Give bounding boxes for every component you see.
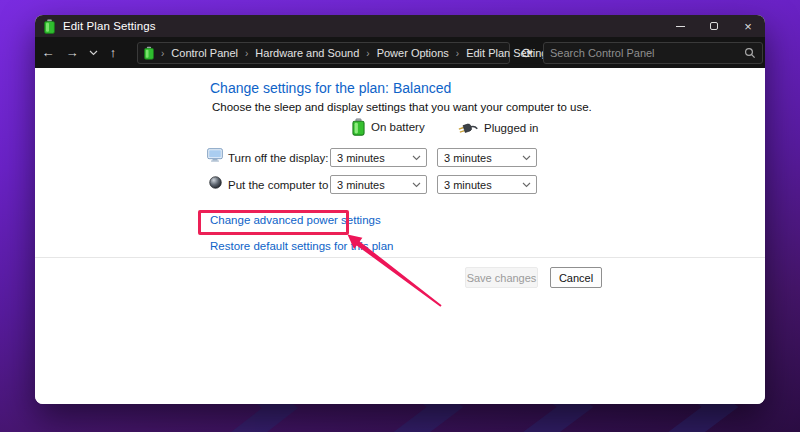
breadcrumb-item-power-options[interactable]: Power Options <box>377 47 449 59</box>
maximize-icon <box>710 22 718 30</box>
minimize-icon <box>676 26 685 27</box>
up-icon[interactable]: ↑ <box>103 37 123 68</box>
window-title: Edit Plan Settings <box>63 20 156 32</box>
refresh-icon[interactable]: ⟳ <box>515 42 539 64</box>
column-header-on-battery: On battery <box>352 118 425 136</box>
chevron-down-icon <box>412 155 421 161</box>
chevron-down-icon <box>412 182 421 188</box>
minimize-button[interactable] <box>663 15 697 37</box>
breadcrumb-separator: › <box>456 48 459 59</box>
forward-icon[interactable]: → <box>62 37 82 68</box>
back-icon[interactable]: ← <box>38 37 58 68</box>
row-label-turn-off-display: Turn off the display: <box>228 152 328 164</box>
recent-pages-chevron-icon[interactable] <box>83 37 103 68</box>
search-icon <box>744 47 756 59</box>
breadcrumb: › Control Panel › Hardware and Sound › P… <box>161 47 553 59</box>
edit-plan-settings-window: Edit Plan Settings × ← → ↑ › Control <box>35 15 765 404</box>
main-content: Change settings for the plan: Balanced C… <box>35 68 765 404</box>
display-icon <box>207 148 223 162</box>
dropdown-display-plugged-in[interactable]: 3 minutes <box>437 148 537 167</box>
dropdown-sleep-on-battery[interactable]: 3 minutes <box>330 175 427 194</box>
column-label: Plugged in <box>484 122 538 134</box>
dropdown-value: 3 minutes <box>337 152 385 164</box>
breadcrumb-item-control-panel[interactable]: Control Panel <box>171 47 238 59</box>
breadcrumb-separator: › <box>245 48 248 59</box>
search-box[interactable] <box>543 42 763 64</box>
address-bar[interactable]: › Control Panel › Hardware and Sound › P… <box>137 42 510 64</box>
search-input[interactable] <box>550 47 744 59</box>
save-changes-button[interactable]: Save changes <box>465 267 538 288</box>
battery-icon <box>352 118 365 136</box>
column-label: On battery <box>371 121 425 133</box>
battery-app-icon <box>44 19 55 34</box>
dropdown-value: 3 minutes <box>444 179 492 191</box>
change-advanced-power-settings-link[interactable]: Change advanced power settings <box>210 214 381 226</box>
footer-divider <box>35 257 765 258</box>
column-header-plugged-in: Plugged in <box>458 121 538 134</box>
dropdown-value: 3 minutes <box>337 179 385 191</box>
sleep-icon <box>209 176 222 189</box>
restore-default-settings-link[interactable]: Restore default settings for this plan <box>210 240 393 252</box>
breadcrumb-separator: › <box>161 48 164 59</box>
titlebar: Edit Plan Settings × <box>35 15 765 37</box>
page-title: Change settings for the plan: Balanced <box>210 80 451 96</box>
plug-icon <box>458 121 478 134</box>
battery-breadcrumb-icon <box>144 46 154 60</box>
breadcrumb-item-hardware-and-sound[interactable]: Hardware and Sound <box>255 47 359 59</box>
dropdown-value: 3 minutes <box>444 152 492 164</box>
chevron-down-icon <box>522 155 531 161</box>
cancel-button[interactable]: Cancel <box>550 267 602 288</box>
breadcrumb-separator: › <box>366 48 369 59</box>
page-subtitle: Choose the sleep and display settings th… <box>212 101 592 113</box>
dropdown-sleep-plugged-in[interactable]: 3 minutes <box>437 175 537 194</box>
breadcrumb-item-edit-plan-settings[interactable]: Edit Plan Settings <box>466 47 553 59</box>
dropdown-display-on-battery[interactable]: 3 minutes <box>330 148 427 167</box>
navigation-toolbar: ← → ↑ › Control Panel › Hardware and Sou… <box>35 37 765 68</box>
close-button[interactable]: × <box>731 15 765 37</box>
chevron-down-icon <box>522 182 531 188</box>
maximize-button[interactable] <box>697 15 731 37</box>
